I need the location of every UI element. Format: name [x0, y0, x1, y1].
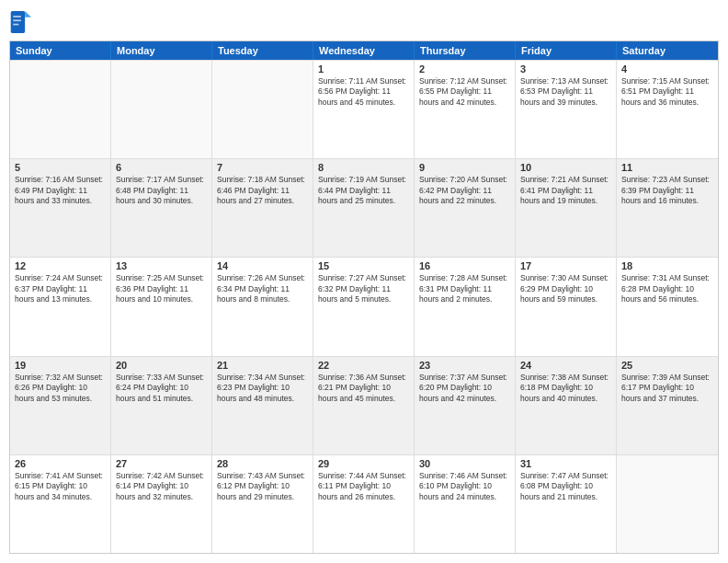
day-cell-26: 26Sunrise: 7:41 AM Sunset: 6:15 PM Dayli…	[10, 455, 111, 553]
day-info: Sunrise: 7:28 AM Sunset: 6:31 PM Dayligh…	[419, 273, 510, 304]
day-number: 17	[520, 260, 611, 271]
day-cell-29: 29Sunrise: 7:44 AM Sunset: 6:11 PM Dayli…	[313, 455, 415, 553]
day-info: Sunrise: 7:33 AM Sunset: 6:24 PM Dayligh…	[116, 373, 207, 404]
header	[9, 9, 719, 35]
day-number: 31	[520, 458, 611, 469]
day-info: Sunrise: 7:38 AM Sunset: 6:18 PM Dayligh…	[520, 373, 611, 404]
calendar-row-5: 26Sunrise: 7:41 AM Sunset: 6:15 PM Dayli…	[10, 454, 718, 553]
day-number: 16	[419, 260, 510, 271]
day-number: 8	[318, 162, 409, 173]
calendar-header: SundayMondayTuesdayWednesdayThursdayFrid…	[10, 41, 718, 60]
calendar-row-2: 5Sunrise: 7:16 AM Sunset: 6:49 PM Daylig…	[10, 158, 718, 257]
day-number: 28	[217, 458, 308, 469]
day-cell-31: 31Sunrise: 7:47 AM Sunset: 6:08 PM Dayli…	[516, 455, 617, 553]
day-cell-9: 9Sunrise: 7:20 AM Sunset: 6:42 PM Daylig…	[415, 159, 516, 257]
day-number: 10	[520, 162, 611, 173]
logo-icon	[9, 9, 31, 35]
day-cell-30: 30Sunrise: 7:46 AM Sunset: 6:10 PM Dayli…	[415, 455, 516, 553]
day-info: Sunrise: 7:26 AM Sunset: 6:34 PM Dayligh…	[217, 273, 308, 304]
day-info: Sunrise: 7:41 AM Sunset: 6:15 PM Dayligh…	[15, 471, 106, 502]
day-info: Sunrise: 7:39 AM Sunset: 6:17 PM Dayligh…	[621, 373, 713, 404]
day-cell-3: 3Sunrise: 7:13 AM Sunset: 6:53 PM Daylig…	[516, 61, 617, 158]
day-cell-23: 23Sunrise: 7:37 AM Sunset: 6:20 PM Dayli…	[415, 357, 516, 454]
svg-rect-2	[13, 16, 21, 17]
day-info: Sunrise: 7:25 AM Sunset: 6:36 PM Dayligh…	[116, 273, 207, 304]
day-cell-27: 27Sunrise: 7:42 AM Sunset: 6:14 PM Dayli…	[111, 455, 212, 553]
day-number: 30	[419, 458, 510, 469]
day-number: 26	[15, 458, 106, 469]
day-number: 19	[15, 360, 106, 371]
day-number: 9	[419, 162, 510, 173]
day-number: 18	[621, 260, 713, 271]
day-number: 25	[621, 360, 713, 371]
day-cell-2: 2Sunrise: 7:12 AM Sunset: 6:55 PM Daylig…	[415, 61, 516, 158]
day-info: Sunrise: 7:30 AM Sunset: 6:29 PM Dayligh…	[520, 273, 611, 304]
day-number: 29	[318, 458, 409, 469]
day-number: 4	[621, 63, 713, 75]
calendar-body: 1Sunrise: 7:11 AM Sunset: 6:56 PM Daylig…	[10, 60, 718, 553]
day-cell-20: 20Sunrise: 7:33 AM Sunset: 6:24 PM Dayli…	[111, 357, 212, 454]
calendar: SundayMondayTuesdayWednesdayThursdayFrid…	[9, 40, 719, 554]
day-cell-17: 17Sunrise: 7:30 AM Sunset: 6:29 PM Dayli…	[516, 258, 617, 355]
day-number: 22	[318, 360, 409, 371]
header-day-thursday: Thursday	[415, 41, 516, 60]
day-number: 7	[217, 162, 308, 173]
day-info: Sunrise: 7:16 AM Sunset: 6:49 PM Dayligh…	[15, 175, 106, 206]
logo	[9, 9, 35, 35]
day-info: Sunrise: 7:34 AM Sunset: 6:23 PM Dayligh…	[217, 373, 308, 404]
empty-cell	[617, 455, 718, 553]
day-cell-18: 18Sunrise: 7:31 AM Sunset: 6:28 PM Dayli…	[617, 258, 718, 355]
day-cell-7: 7Sunrise: 7:18 AM Sunset: 6:46 PM Daylig…	[212, 159, 313, 257]
day-cell-19: 19Sunrise: 7:32 AM Sunset: 6:26 PM Dayli…	[10, 357, 111, 454]
day-info: Sunrise: 7:18 AM Sunset: 6:46 PM Dayligh…	[217, 175, 308, 206]
svg-rect-3	[13, 19, 21, 21]
day-number: 6	[116, 162, 207, 173]
day-cell-10: 10Sunrise: 7:21 AM Sunset: 6:41 PM Dayli…	[516, 159, 617, 257]
day-info: Sunrise: 7:47 AM Sunset: 6:08 PM Dayligh…	[520, 471, 611, 502]
calendar-row-3: 12Sunrise: 7:24 AM Sunset: 6:37 PM Dayli…	[10, 257, 718, 355]
day-info: Sunrise: 7:37 AM Sunset: 6:20 PM Dayligh…	[419, 373, 510, 404]
day-info: Sunrise: 7:17 AM Sunset: 6:48 PM Dayligh…	[116, 175, 207, 206]
day-number: 1	[318, 63, 409, 75]
day-number: 21	[217, 360, 308, 371]
day-info: Sunrise: 7:32 AM Sunset: 6:26 PM Dayligh…	[15, 373, 106, 404]
header-day-sunday: Sunday	[10, 41, 111, 60]
day-info: Sunrise: 7:11 AM Sunset: 6:56 PM Dayligh…	[318, 76, 409, 108]
day-number: 3	[520, 63, 611, 75]
day-number: 27	[116, 458, 207, 469]
header-day-wednesday: Wednesday	[313, 41, 415, 60]
day-cell-8: 8Sunrise: 7:19 AM Sunset: 6:44 PM Daylig…	[313, 159, 415, 257]
day-cell-11: 11Sunrise: 7:23 AM Sunset: 6:39 PM Dayli…	[617, 159, 718, 257]
header-day-monday: Monday	[111, 41, 212, 60]
day-info: Sunrise: 7:12 AM Sunset: 6:55 PM Dayligh…	[419, 76, 510, 108]
day-cell-14: 14Sunrise: 7:26 AM Sunset: 6:34 PM Dayli…	[212, 258, 313, 355]
day-info: Sunrise: 7:15 AM Sunset: 6:51 PM Dayligh…	[621, 76, 713, 108]
day-info: Sunrise: 7:31 AM Sunset: 6:28 PM Dayligh…	[621, 273, 713, 304]
day-info: Sunrise: 7:20 AM Sunset: 6:42 PM Dayligh…	[419, 175, 510, 206]
day-info: Sunrise: 7:13 AM Sunset: 6:53 PM Dayligh…	[520, 76, 611, 108]
day-info: Sunrise: 7:19 AM Sunset: 6:44 PM Dayligh…	[318, 175, 409, 206]
day-info: Sunrise: 7:43 AM Sunset: 6:12 PM Dayligh…	[217, 471, 308, 502]
day-info: Sunrise: 7:44 AM Sunset: 6:11 PM Dayligh…	[318, 471, 409, 502]
day-cell-6: 6Sunrise: 7:17 AM Sunset: 6:48 PM Daylig…	[111, 159, 212, 257]
day-cell-22: 22Sunrise: 7:36 AM Sunset: 6:21 PM Dayli…	[313, 357, 415, 454]
empty-cell	[111, 61, 212, 158]
day-number: 12	[15, 260, 106, 271]
day-cell-5: 5Sunrise: 7:16 AM Sunset: 6:49 PM Daylig…	[10, 159, 111, 257]
day-info: Sunrise: 7:46 AM Sunset: 6:10 PM Dayligh…	[419, 471, 510, 502]
day-info: Sunrise: 7:21 AM Sunset: 6:41 PM Dayligh…	[520, 175, 611, 206]
day-info: Sunrise: 7:24 AM Sunset: 6:37 PM Dayligh…	[15, 273, 106, 304]
day-cell-16: 16Sunrise: 7:28 AM Sunset: 6:31 PM Dayli…	[415, 258, 516, 355]
header-day-saturday: Saturday	[617, 41, 718, 60]
day-number: 23	[419, 360, 510, 371]
empty-cell	[10, 61, 111, 158]
day-cell-21: 21Sunrise: 7:34 AM Sunset: 6:23 PM Dayli…	[212, 357, 313, 454]
day-number: 24	[520, 360, 611, 371]
day-cell-25: 25Sunrise: 7:39 AM Sunset: 6:17 PM Dayli…	[617, 357, 718, 454]
day-number: 11	[621, 162, 713, 173]
day-info: Sunrise: 7:42 AM Sunset: 6:14 PM Dayligh…	[116, 471, 207, 502]
day-cell-15: 15Sunrise: 7:27 AM Sunset: 6:32 PM Dayli…	[313, 258, 415, 355]
day-number: 14	[217, 260, 308, 271]
day-cell-24: 24Sunrise: 7:38 AM Sunset: 6:18 PM Dayli…	[516, 357, 617, 454]
day-number: 15	[318, 260, 409, 271]
